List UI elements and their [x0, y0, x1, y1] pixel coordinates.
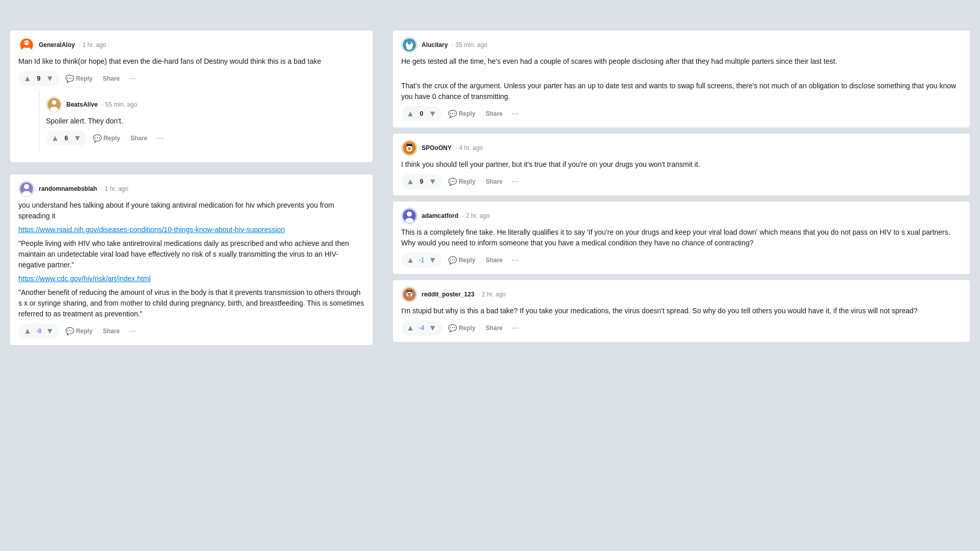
username: GeneralAloy	[39, 41, 75, 48]
vote-count: 0	[418, 110, 426, 117]
svg-point-18	[407, 212, 412, 217]
svg-point-6	[50, 107, 58, 112]
username: adamcatford	[422, 212, 458, 219]
svg-point-19	[405, 218, 413, 223]
reply-icon: 💬	[448, 178, 457, 186]
comment-reddit-poster-123: reddit_poster_123 · 2 hr. ago I'm stupid…	[393, 280, 970, 342]
avatar	[401, 286, 418, 303]
upvote-button[interactable]: ▲	[21, 73, 34, 84]
more-button[interactable]: ···	[126, 72, 139, 85]
more-button[interactable]: ···	[509, 107, 522, 120]
avatar	[18, 37, 35, 53]
more-button[interactable]: ···	[509, 321, 522, 335]
vote-group: ▲ 6 ▼	[46, 131, 87, 146]
timestamp: · 35 min. ago	[452, 41, 487, 48]
reply-button[interactable]: 💬 Reply	[444, 108, 480, 120]
comment-header: reddit_poster_123 · 2 hr. ago	[401, 286, 962, 303]
reply-icon: 💬	[448, 110, 457, 118]
upvote-button[interactable]: ▲	[21, 325, 34, 337]
reply-icon: 💬	[448, 256, 457, 264]
reply-button[interactable]: 💬 Reply	[444, 176, 480, 188]
timestamp: · 1 hr. ago	[101, 185, 128, 192]
downvote-button[interactable]: ▼	[427, 108, 439, 119]
share-button[interactable]: Share	[481, 322, 506, 334]
comment-text-3: "Another benefit of reducing the amount …	[18, 287, 364, 319]
timestamp: · 1 hr. ago	[79, 41, 106, 48]
username: SPOoONY	[422, 144, 452, 152]
vote-count: 9	[418, 178, 426, 185]
vote-count: 6	[62, 135, 70, 142]
svg-point-24	[407, 293, 408, 294]
comment-body: Man Id like to think(or hope) that even …	[18, 56, 364, 67]
share-button[interactable]: Share	[126, 133, 151, 144]
more-button[interactable]: ···	[509, 175, 522, 188]
share-button[interactable]: Share	[99, 73, 124, 84]
comment-body: I'm stupid but why is this a bad take? I…	[401, 306, 962, 316]
reply-button[interactable]: 💬 Reply	[89, 132, 125, 144]
share-button[interactable]: Share	[481, 176, 506, 187]
downvote-button[interactable]: ▼	[427, 176, 439, 187]
avatar	[401, 140, 418, 156]
share-button[interactable]: Share	[99, 325, 124, 337]
reply-button[interactable]: 💬 Reply	[61, 325, 97, 337]
comment-actions: ▲ 9 ▼ 💬 Reply Share ···	[401, 174, 962, 189]
comment-header: randomnamebsblah · 1 hr. ago	[18, 181, 364, 197]
more-button[interactable]: ···	[126, 324, 139, 338]
link-niaid[interactable]: https://www.niaid.nih.gov/diseases-condi…	[18, 226, 285, 234]
vote-group: ▲ -8 ▼	[18, 323, 59, 339]
downvote-button[interactable]: ▼	[427, 255, 439, 266]
avatar	[401, 37, 418, 53]
username: BeatsAlive	[66, 101, 97, 108]
comment-text-1: you understand hes talking about if your…	[18, 200, 364, 221]
username: Alucitary	[422, 41, 448, 48]
downvote-button[interactable]: ▼	[427, 322, 439, 334]
comment-adamcatford: adamcatford · 2 hr. ago This is a comple…	[393, 202, 970, 274]
timestamp: · 55 min. ago	[102, 101, 137, 108]
vote-group: ▲ 9 ▼	[401, 174, 442, 189]
comment-header: BeatsAlive · 55 min. ago	[46, 96, 356, 113]
vote-count: -4	[418, 324, 426, 332]
more-button[interactable]: ···	[509, 254, 522, 267]
upvote-button[interactable]: ▲	[404, 322, 416, 334]
upvote-button[interactable]: ▲	[49, 133, 61, 144]
more-button[interactable]: ···	[154, 132, 166, 145]
reply-button[interactable]: 💬 Reply	[61, 72, 97, 85]
reply-button[interactable]: 💬 Reply	[444, 254, 480, 266]
comment-beats-alive: BeatsAlive · 55 min. ago Spoiler alert. …	[46, 90, 364, 152]
link-cdc[interactable]: https://www.cdc.gov/hiv/risk/art/index.h…	[18, 274, 151, 283]
svg-point-25	[410, 293, 411, 294]
reply-icon: 💬	[65, 327, 74, 335]
downvote-button[interactable]: ▼	[44, 73, 56, 84]
share-button[interactable]: Share	[481, 255, 506, 266]
comment-actions: ▲ 6 ▼ 💬 Reply Share ···	[46, 131, 356, 146]
reply-button[interactable]: 💬 Reply	[444, 322, 480, 334]
reply-icon: 💬	[65, 74, 74, 83]
svg-point-16	[408, 147, 411, 151]
comment-header: GeneralAloy · 1 hr. ago	[18, 37, 364, 53]
avatar	[46, 96, 62, 113]
username: randomnamebsblah	[39, 185, 97, 192]
comment-para-2: That's the crux of the argument. Unless …	[401, 81, 962, 102]
downvote-button[interactable]: ▼	[71, 133, 84, 144]
page-layout: GeneralAloy · 1 hr. ago Man Id like to t…	[0, 0, 980, 551]
comment-body: He gets tested all the time, he's even h…	[401, 56, 962, 102]
comment-indent: BeatsAlive · 55 min. ago Spoiler alert. …	[39, 90, 364, 152]
svg-point-8	[24, 184, 29, 189]
upvote-button[interactable]: ▲	[404, 108, 416, 119]
upvote-button[interactable]: ▲	[404, 176, 416, 187]
separator	[10, 166, 373, 174]
comment-header: SPOoONY · 4 hr. ago	[401, 140, 962, 156]
svg-point-12	[408, 41, 411, 44]
comment-alucitary: Alucitary · 35 min. ago He gets tested a…	[393, 31, 970, 128]
comment-para-1: He gets tested all the time, he's even h…	[401, 56, 962, 67]
comment-general-aloy: GeneralAloy · 1 hr. ago Man Id like to t…	[10, 31, 373, 162]
upvote-button[interactable]: ▲	[404, 255, 416, 266]
vote-count: 9	[35, 75, 43, 82]
comment-actions: ▲ -8 ▼ 💬 Reply Share ···	[18, 323, 364, 339]
comment-header: Alucitary · 35 min. ago	[401, 37, 962, 53]
vote-group: ▲ 0 ▼	[401, 106, 442, 121]
share-button[interactable]: Share	[481, 108, 506, 119]
downvote-button[interactable]: ▼	[44, 325, 56, 337]
comment-body: you understand hes talking about if your…	[18, 200, 364, 319]
avatar	[18, 181, 35, 197]
